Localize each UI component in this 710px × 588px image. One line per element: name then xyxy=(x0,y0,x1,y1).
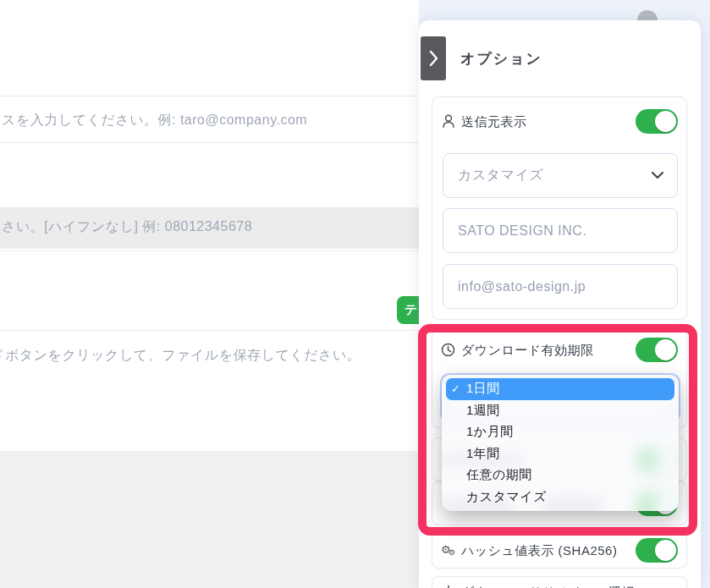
domain-section-card: ダウンロードドメインの選択 xyxy=(432,576,687,588)
menu-item-1year[interactable]: 1年間 xyxy=(446,443,674,465)
expiry-toggle[interactable] xyxy=(636,338,678,362)
panel-title: オプション xyxy=(460,49,542,69)
sender-email-input[interactable]: info@sato-design.jp xyxy=(443,264,678,309)
gears-icon: ⚙⚙ xyxy=(441,543,458,558)
sender-type-value: カスタマイズ xyxy=(458,167,543,184)
file-dropzone[interactable]: クリックまたはドラッグアンドドロップ xyxy=(0,451,419,588)
domain-label: ダウンロードドメインの選択 xyxy=(461,585,635,588)
hash-section-card: ⚙⚙ ハッシュ値表示 (SHA256) xyxy=(432,531,687,569)
chevron-right-icon xyxy=(429,50,438,67)
download-hint-text: ドボタンをクリックして、ファイルを保存してください。 xyxy=(0,347,361,365)
expiry-label: ダウンロード有効期限 xyxy=(461,343,594,359)
toggle-knob xyxy=(655,111,676,132)
menu-item-label: 任意の期間 xyxy=(466,467,532,483)
hash-label: ハッシュ値表示 (SHA256) xyxy=(461,543,617,559)
phone-hint-text: さい。[ハイフンなし] 例: 08012345678 xyxy=(2,218,252,236)
menu-item-1day[interactable]: ✓ 1日間 xyxy=(446,378,674,400)
company-name-value: SATO DESIGN INC. xyxy=(458,223,586,239)
menu-item-custom-period[interactable]: 任意の期間 xyxy=(446,464,674,486)
clock-icon xyxy=(441,343,455,357)
menu-item-customize[interactable]: カスタマイズ xyxy=(446,486,674,508)
background-form-page: スを入力してください。例: taro@company.com さい。[ハイフンな… xyxy=(0,0,419,588)
menu-item-label: カスタマイズ xyxy=(466,489,547,505)
menu-item-1week[interactable]: 1週間 xyxy=(446,400,674,422)
sender-email-value: info@sato-design.jp xyxy=(458,279,586,294)
hash-toggle[interactable] xyxy=(636,538,678,563)
divider xyxy=(0,330,432,331)
screen: スを入力してください。例: taro@company.com さい。[ハイフンな… xyxy=(0,0,710,588)
menu-item-label: 1か月間 xyxy=(466,424,514,440)
menu-item-label: 1週間 xyxy=(466,403,500,419)
sender-type-select[interactable]: カスタマイズ xyxy=(443,153,678,198)
phone-field-row[interactable]: さい。[ハイフンなし] 例: 08012345678 xyxy=(0,207,432,249)
panel-collapse-button[interactable] xyxy=(421,36,446,80)
divider xyxy=(0,250,432,251)
divider xyxy=(0,142,432,143)
person-icon xyxy=(441,113,456,129)
menu-item-1month[interactable]: 1か月間 xyxy=(446,421,674,443)
download-icon xyxy=(441,585,456,588)
sender-label: 送信元表示 xyxy=(461,114,527,130)
check-icon: ✓ xyxy=(451,382,460,395)
menu-item-label: 1年間 xyxy=(466,446,500,462)
sender-section-card: 送信元表示 カスタマイズ SATO DESIGN INC. info@sato-… xyxy=(432,96,687,320)
company-name-input[interactable]: SATO DESIGN INC. xyxy=(443,208,678,253)
divider xyxy=(0,96,432,96)
sender-toggle[interactable] xyxy=(636,109,678,134)
chevron-down-icon xyxy=(652,172,663,179)
expiry-dropdown-menu: ✓ 1日間 1週間 1か月間 1年間 任意の期間 カスタマイズ xyxy=(442,375,679,511)
menu-item-label: 1日間 xyxy=(466,381,500,397)
toggle-knob xyxy=(655,540,676,561)
toggle-knob xyxy=(655,339,676,360)
email-hint-text: スを入力してください。例: taro@company.com xyxy=(2,112,307,129)
